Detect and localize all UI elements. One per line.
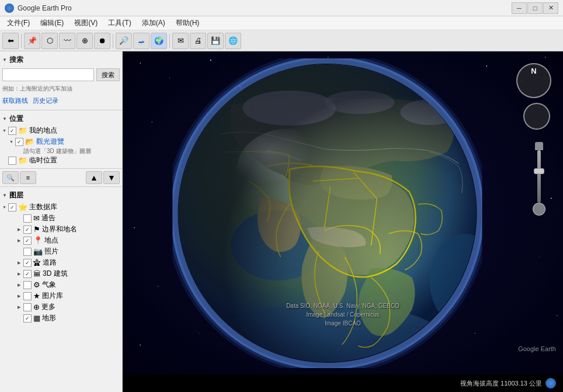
menu-view[interactable]: 视图(V)	[69, 17, 102, 29]
toolbar-record-btn[interactable]: ⏺	[94, 33, 110, 49]
close-button[interactable]: ✕	[543, 2, 558, 14]
my-places-item[interactable]: ▼ 📁 我的地点	[2, 125, 120, 136]
history-link[interactable]: 历史记录	[33, 96, 58, 105]
gallery-item[interactable]: ▶ ★ 图片库	[2, 290, 120, 301]
tourism-item[interactable]: ▼ 📂 觀光遊覽	[2, 136, 120, 147]
svg-point-8	[152, 122, 152, 122]
maindb-item[interactable]: ▼ ⭐ 主数据库	[2, 202, 120, 213]
terrain-icon: ▦	[33, 314, 40, 322]
maximize-button[interactable]: □	[527, 2, 543, 14]
toolbar-maps-btn[interactable]: 🌐	[225, 33, 241, 49]
photos-checkbox[interactable]	[23, 248, 32, 256]
buildings-checkbox[interactable]	[23, 270, 32, 278]
toolbar-back-btn[interactable]: ⬅	[2, 33, 19, 49]
border-item[interactable]: ▶ ⚑ 边界和地名	[2, 224, 120, 235]
places-triangle: ▼	[2, 116, 7, 122]
temp-places-item[interactable]: ▼ 📁 临时位置	[2, 155, 120, 166]
menu-help[interactable]: 帮助(H)	[171, 17, 204, 29]
svg-point-7	[545, 57, 546, 58]
svg-point-35	[179, 64, 477, 362]
places-layer-checkbox[interactable]	[23, 237, 32, 245]
search-button[interactable]: 搜索	[96, 68, 120, 81]
my-places-checkbox[interactable]	[8, 127, 16, 135]
zoom-control[interactable]	[523, 103, 550, 130]
toolbar-terrain-btn[interactable]: 🗻	[133, 33, 150, 49]
toolbar-placemark-btn[interactable]: 📌	[24, 33, 40, 49]
notice-item[interactable]: ▶ ✉ 通告	[2, 213, 120, 224]
compass-n-label: N	[531, 67, 536, 75]
tourism-checkbox[interactable]	[15, 138, 23, 146]
roads-item[interactable]: ▶ 🛣 道路	[2, 257, 120, 268]
route-link[interactable]: 获取路线	[2, 96, 28, 105]
search-input[interactable]	[2, 68, 94, 81]
move-down-btn[interactable]: ▼	[103, 171, 120, 184]
photos-item[interactable]: ▶ 📷 照片	[2, 246, 120, 257]
earth-globe[interactable]	[173, 58, 482, 368]
toolbar-print-btn[interactable]: 🖨	[190, 33, 206, 49]
tilt-control[interactable]	[533, 142, 545, 216]
place-search-btn[interactable]: 🔍	[2, 171, 19, 184]
more-tri: ▶	[18, 305, 23, 310]
toolbar-searcharea-btn[interactable]: 🔎	[116, 33, 132, 49]
move-up-btn[interactable]: ▲	[86, 171, 102, 184]
folder-icon: 📁	[18, 126, 27, 135]
toolbar-save-btn[interactable]: 💾	[207, 33, 224, 49]
minimize-button[interactable]: ─	[512, 2, 527, 14]
my-places-label: 我的地点	[29, 126, 57, 136]
roads-checkbox[interactable]	[23, 259, 32, 267]
svg-point-1	[140, 63, 141, 64]
gallery-checkbox[interactable]	[23, 292, 32, 300]
maindb-label: 主数据库	[29, 202, 57, 212]
menu-tools[interactable]: 工具(T)	[103, 17, 135, 29]
temp-checkbox[interactable]	[8, 157, 16, 165]
maindb-triangle: ▼	[2, 205, 8, 209]
more-checkbox[interactable]	[23, 303, 32, 311]
map-area[interactable]: N Data SIO, NOAA, U.S. Navy, NGA, GEBCO …	[123, 51, 563, 392]
roads-label: 道路	[43, 258, 57, 268]
tilt-top	[535, 142, 543, 150]
layers-header[interactable]: ▼ 图层	[2, 189, 120, 202]
svg-point-16	[140, 345, 141, 346]
search-header[interactable]: ▼ 搜索	[2, 54, 120, 66]
toolbar-earth-btn[interactable]: 🌍	[151, 33, 167, 49]
places-header[interactable]: ▼ 位置	[2, 113, 120, 125]
svg-point-39	[237, 129, 342, 210]
border-checkbox[interactable]	[23, 226, 32, 234]
tilt-bottom[interactable]	[533, 203, 545, 216]
list-view-btn[interactable]: ≡	[20, 171, 36, 184]
search-links: 获取路线 历史记录	[2, 94, 120, 107]
svg-point-11	[158, 286, 158, 287]
search-row: 搜索	[2, 68, 120, 81]
nav-compass[interactable]: N	[516, 63, 551, 98]
places-layer-item[interactable]: ▶ 📍 地点	[2, 235, 120, 246]
weather-item[interactable]: ▶ ⚙ 气象	[2, 279, 120, 290]
toolbar-path-btn[interactable]: 〰	[59, 33, 75, 49]
toolbar-email-btn[interactable]: ✉	[172, 33, 189, 49]
terrain-checkbox[interactable]	[23, 314, 32, 322]
roads-tri: ▶	[18, 261, 23, 265]
notice-checkbox[interactable]	[23, 214, 32, 223]
toolbar-polygon-btn[interactable]: ⬡	[41, 33, 58, 49]
weather-checkbox[interactable]	[23, 281, 32, 289]
search-triangle: ▼	[2, 57, 7, 63]
terrain-tri: ▶	[18, 316, 23, 321]
terrain-label: 地形	[42, 313, 56, 323]
menu-edit[interactable]: 编辑(E)	[36, 17, 68, 29]
more-icon: ⊕	[33, 303, 40, 311]
status-bar: 视角海拔高度 11003.13 公里	[123, 374, 563, 392]
app-icon	[5, 4, 14, 13]
buildings-item[interactable]: ▶ 🏛 3D 建筑	[2, 268, 120, 279]
weather-tri: ▶	[18, 283, 23, 287]
compass-ring[interactable]: N	[516, 63, 551, 98]
more-item[interactable]: ▶ ⊕ 更多	[2, 301, 120, 313]
menu-file[interactable]: 文件(F)	[2, 17, 34, 29]
toolbar-overlay-btn[interactable]: ⊕	[77, 33, 93, 49]
tourism-label: 觀光遊覽	[36, 137, 64, 147]
terrain-item[interactable]: ▶ ▦ 地形	[2, 313, 120, 324]
menu-add[interactable]: 添加(A)	[137, 17, 170, 29]
svg-point-2	[169, 78, 170, 78]
maindb-checkbox[interactable]	[8, 203, 16, 211]
tilt-handle[interactable]	[534, 168, 544, 174]
tourism-triangle: ▼	[9, 140, 15, 144]
app-title: Google Earth Pro	[18, 4, 72, 12]
